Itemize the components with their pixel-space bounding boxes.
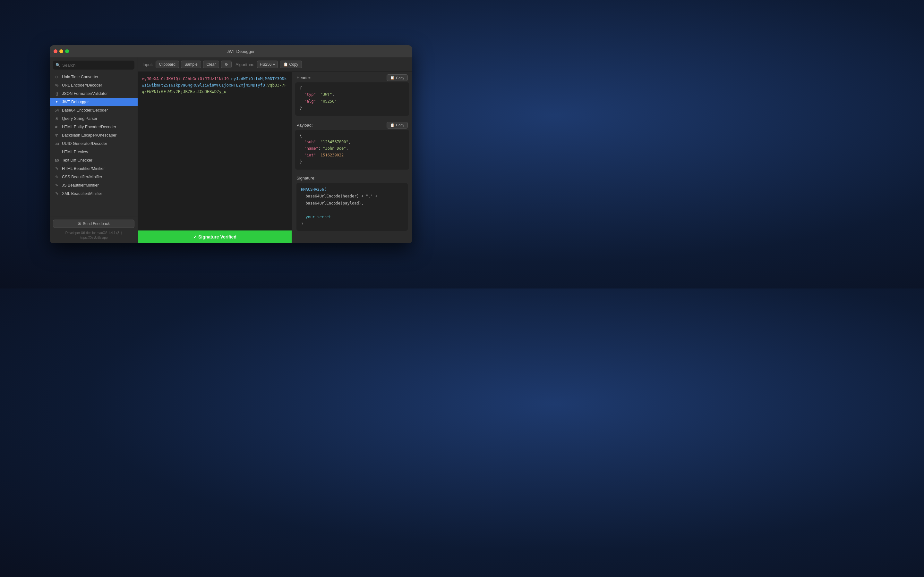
sidebar-label-xml-beautifier: XML Beautifier/Minifier xyxy=(62,191,102,196)
sidebar-icon-uuid: uu xyxy=(54,141,59,146)
copy-payload-button[interactable]: 📋 Copy xyxy=(387,122,408,129)
payload-section: Payload: 📋 Copy { "sub": "1234567890", "… xyxy=(292,119,412,173)
sidebar-icon-text-diff: ab xyxy=(54,158,59,163)
app-window: JWT Debugger 🔍 ⊙ Unix Time Converter % U… xyxy=(50,45,412,243)
signature-verified-banner: ✓ Signature Verified xyxy=(138,230,292,243)
sig-func: HMACSHA256( xyxy=(301,187,326,192)
header-section: Header: 📋 Copy { "typ": "JWT", "alg": "H… xyxy=(292,72,412,119)
sidebar-label-html-entity: HTML Entity Encoder/Decoder xyxy=(62,125,116,129)
sidebar-icon-base64: 64 xyxy=(54,108,59,113)
sidebar-item-xml-beautifier[interactable]: ✎ XML Beautifier/Minifier xyxy=(50,189,137,198)
sidebar-label-json-formatter: JSON Formatter/Validator xyxy=(62,91,108,96)
payload-section-header: Payload: 📋 Copy xyxy=(292,119,412,130)
algorithm-dropdown[interactable]: HS256 ▾ xyxy=(257,61,278,68)
send-feedback-button[interactable]: ✉ Send Feedback xyxy=(53,219,134,228)
sidebar-icon-unix-time: ⊙ xyxy=(54,75,59,79)
sidebar-icon-html-entity: #: xyxy=(54,125,59,129)
sidebar-label-backslash: Backslash Escaper/Unescaper xyxy=(62,133,116,137)
sidebar-icon-url-encoder: % xyxy=(54,83,59,87)
sidebar-item-uuid[interactable]: uu UUID Generator/Decoder xyxy=(50,139,137,148)
algorithm-label: Algorithm: xyxy=(236,62,254,67)
signature-code: HMACSHA256( base64UrlEncode(header) + ".… xyxy=(296,183,408,231)
payload-code: { "sub": "1234567890", "name": "John Doe… xyxy=(295,130,409,169)
sidebar-label-html-preview: HTML Preview xyxy=(62,150,88,154)
sidebar-item-json-formatter[interactable]: {} JSON Formatter/Validator xyxy=(50,89,137,98)
close-button[interactable] xyxy=(53,49,57,53)
input-label: Input: xyxy=(142,62,153,67)
search-box[interactable]: 🔍 xyxy=(53,61,134,69)
window-title: JWT Debugger xyxy=(73,49,409,54)
signature-title: Signature: xyxy=(296,176,408,181)
sidebar-icon-css-beautifier: ✎ xyxy=(54,175,59,179)
sidebar-icon-query-string: & xyxy=(54,116,59,121)
sidebar-item-html-beautifier[interactable]: ✎ HTML Beautifier/Minifier xyxy=(50,164,137,173)
sidebar-item-base64[interactable]: 64 Base64 Encoder/Decoder xyxy=(50,106,137,114)
sidebar-label-uuid: UUID Generator/Decoder xyxy=(62,141,107,146)
sidebar-icon-json-formatter: {} xyxy=(54,91,59,96)
sidebar-icon-jwt-debugger: ✦ xyxy=(54,100,59,104)
sidebar-label-js-beautifier: JS Beautifier/Minifier xyxy=(62,183,99,187)
jwt-input-area: eyJ0eXAiOiJKV1QiLCJhbGciOiJIUzI1NiJ9.eyJ… xyxy=(138,72,292,243)
right-panel: Header: 📋 Copy { "typ": "JWT", "alg": "H… xyxy=(292,72,412,243)
header-section-header: Header: 📋 Copy xyxy=(292,72,412,82)
minimize-button[interactable] xyxy=(59,49,63,53)
copy-header-button[interactable]: 📋 Copy xyxy=(387,74,408,81)
jwt-part1: eyJ0eXAiOiJKV1QiLCJhbGciOiJIUzI1NiJ9 xyxy=(142,76,229,81)
copy-payload-icon: 📋 xyxy=(390,123,395,127)
copy-input-button[interactable]: 📋 Copy xyxy=(280,61,302,68)
sidebar-icon-js-beautifier: ✎ xyxy=(54,183,59,187)
clear-button[interactable]: Clear xyxy=(203,61,220,68)
sig-line2: base64UrlEncode(payload), xyxy=(301,201,363,205)
search-input[interactable] xyxy=(62,63,132,68)
sidebar-label-html-beautifier: HTML Beautifier/Minifier xyxy=(62,166,105,171)
sidebar-label-text-diff: Text Diff Checker xyxy=(62,158,92,163)
settings-button[interactable]: ⚙ xyxy=(221,61,232,68)
sidebar-label-query-string: Query String Parser xyxy=(62,116,97,121)
sidebar-item-css-beautifier[interactable]: ✎ CSS Beautifier/Minifier xyxy=(50,173,137,181)
titlebar: JWT Debugger xyxy=(50,45,412,57)
sig-secret[interactable]: your-secret xyxy=(301,215,331,219)
sidebar-item-jwt-debugger[interactable]: ✦ JWT Debugger xyxy=(50,98,137,106)
feedback-icon: ✉ xyxy=(78,221,81,226)
sidebar-icon-backslash: \n xyxy=(54,133,59,137)
sidebar-label-jwt-debugger: JWT Debugger xyxy=(62,100,89,104)
sidebar-icon-html-beautifier: ✎ xyxy=(54,166,59,171)
sidebar-items-list: ⊙ Unix Time Converter % URL Encoder/Deco… xyxy=(50,71,137,216)
sidebar-label-base64: Base64 Encoder/Decoder xyxy=(62,108,108,113)
sig-closing: ) xyxy=(301,221,303,226)
sidebar-footer: ✉ Send Feedback Developer Utilities for … xyxy=(50,216,137,243)
sidebar: 🔍 ⊙ Unix Time Converter % URL Encoder/De… xyxy=(50,57,138,243)
sidebar-item-unix-time[interactable]: ⊙ Unix Time Converter xyxy=(50,73,137,81)
gear-icon: ⚙ xyxy=(225,62,228,67)
sidebar-label-url-encoder: URL Encoder/Decoder xyxy=(62,83,102,87)
toolbar: Input: Clipboard Sample Clear ⚙ Algorith… xyxy=(138,57,412,72)
copy-header-icon: 📋 xyxy=(390,76,395,80)
chevron-down-icon: ▾ xyxy=(273,62,275,67)
copy-icon: 📋 xyxy=(283,62,288,67)
maximize-button[interactable] xyxy=(65,49,69,53)
main-content: 🔍 ⊙ Unix Time Converter % URL Encoder/De… xyxy=(50,57,412,243)
clipboard-button[interactable]: Clipboard xyxy=(156,61,179,68)
sidebar-item-js-beautifier[interactable]: ✎ JS Beautifier/Minifier xyxy=(50,181,137,189)
header-title: Header: xyxy=(296,75,311,80)
content-split: eyJ0eXAiOiJKV1QiLCJhbGciOiJIUzI1NiJ9.eyJ… xyxy=(138,72,412,243)
sidebar-item-backslash[interactable]: \n Backslash Escaper/Unescaper xyxy=(50,131,137,139)
sidebar-item-url-encoder[interactable]: % URL Encoder/Decoder xyxy=(50,81,137,89)
sidebar-item-query-string[interactable]: & Query String Parser xyxy=(50,114,137,123)
footer-info: Developer Utilities for macOS 1.4.1 (31)… xyxy=(53,230,134,240)
sidebar-item-text-diff[interactable]: ab Text Diff Checker xyxy=(50,156,137,164)
sidebar-item-html-preview[interactable]: HTML Preview xyxy=(50,148,137,156)
jwt-token-display[interactable]: eyJ0eXAiOiJKV1QiLCJhbGciOiJIUzI1NiJ9.eyJ… xyxy=(138,72,292,230)
sidebar-label-unix-time: Unix Time Converter xyxy=(62,75,99,79)
header-code: { "typ": "JWT", "alg": "HS256" } xyxy=(295,82,409,116)
sidebar-label-css-beautifier: CSS Beautifier/Minifier xyxy=(62,175,102,179)
sidebar-icon-xml-beautifier: ✎ xyxy=(54,191,59,196)
main-area: Input: Clipboard Sample Clear ⚙ Algorith… xyxy=(138,57,412,243)
traffic-lights xyxy=(53,49,69,53)
search-icon: 🔍 xyxy=(55,63,60,67)
payload-title: Payload: xyxy=(296,123,313,127)
sample-button[interactable]: Sample xyxy=(181,61,201,68)
sidebar-item-html-entity[interactable]: #: HTML Entity Encoder/Decoder xyxy=(50,123,137,131)
signature-section: Signature: HMACSHA256( base64UrlEncode(h… xyxy=(292,173,412,235)
sig-line1: base64UrlEncode(header) + "." + xyxy=(301,194,377,198)
